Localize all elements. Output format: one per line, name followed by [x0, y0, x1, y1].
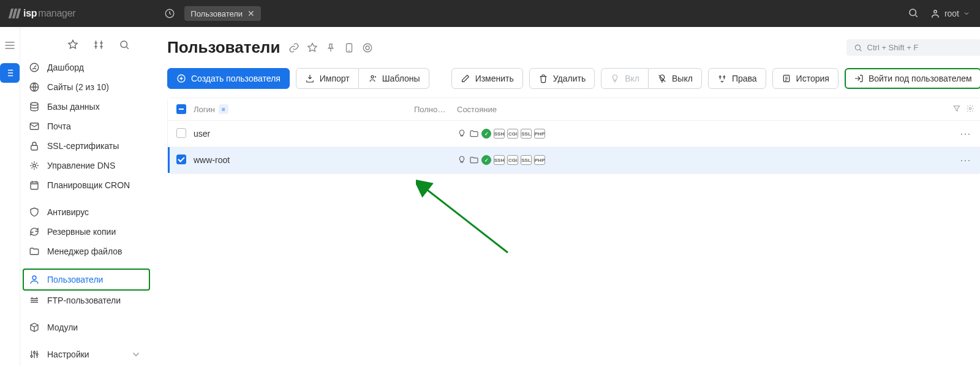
- sidebar-item-files[interactable]: Менеджер файлов: [24, 242, 149, 261]
- row-actions[interactable]: ⋯: [960, 127, 972, 140]
- cell-state: ✓ SSH CGI SSL PHP: [457, 129, 960, 139]
- column-login[interactable]: Логин ≡: [194, 104, 414, 114]
- sidebar-item-ftp[interactable]: FTP-пользователи: [24, 291, 149, 310]
- sidebar-item-sites[interactable]: Сайты (2 из 10): [24, 77, 149, 97]
- svg-point-13: [34, 352, 36, 354]
- enable-button[interactable]: Вкл: [601, 68, 649, 89]
- rights-button[interactable]: Права: [708, 68, 766, 89]
- sidebar-item-modules[interactable]: Модули: [24, 318, 149, 337]
- ssh-badge: SSH: [494, 155, 505, 165]
- btn-label: Импорт: [320, 74, 350, 83]
- pin-icon[interactable]: [325, 42, 336, 53]
- svg-point-26: [969, 107, 971, 110]
- import-button[interactable]: Импорт: [296, 68, 359, 89]
- bulb-icon: [457, 155, 467, 165]
- btn-label: История: [796, 74, 829, 83]
- sort-icon[interactable]: ≡: [219, 104, 228, 114]
- filter-icon[interactable]: [952, 104, 961, 115]
- database-icon: [29, 101, 40, 112]
- folder-icon: [469, 129, 479, 139]
- svg-point-12: [31, 356, 32, 357]
- php-badge: PHP: [534, 129, 545, 139]
- column-fullname[interactable]: Полно…: [414, 105, 457, 114]
- templates-button[interactable]: Шаблоны: [359, 68, 429, 89]
- svg-point-20: [364, 44, 372, 52]
- star-icon[interactable]: [307, 42, 318, 53]
- chevron-down-icon: [130, 349, 141, 360]
- edit-button[interactable]: Изменить: [451, 68, 523, 89]
- sidebar-item-mail[interactable]: Почта: [24, 116, 149, 136]
- folder-icon: [469, 155, 479, 165]
- table-row[interactable]: www-root ✓ SSH CGI SSL PHP ⋯: [168, 147, 980, 173]
- cell-state: ✓ SSH CGI SSL PHP: [457, 155, 960, 165]
- row-checkbox[interactable]: [176, 128, 186, 138]
- sidebar-item-dashboard[interactable]: Дашборд: [24, 58, 149, 77]
- sidebar-item-antivirus[interactable]: Антивирус: [24, 202, 149, 222]
- shield-icon: [29, 207, 40, 218]
- sidebar-item-databases[interactable]: Базы данных: [24, 97, 149, 116]
- svg-point-11: [32, 276, 36, 280]
- sidebar-item-cron[interactable]: Планировщик CRON: [24, 175, 149, 195]
- create-user-button[interactable]: Создать пользователя: [167, 68, 290, 89]
- sidebar-item-label: Сайты (2 из 10): [47, 82, 109, 92]
- table-row[interactable]: user ✓ SSH CGI SSL PHP ⋯: [168, 121, 980, 147]
- column-state[interactable]: Состояние: [457, 105, 972, 114]
- gear-icon[interactable]: [966, 104, 974, 115]
- sidebar-item-label: Базы данных: [47, 102, 100, 112]
- row-actions[interactable]: ⋯: [960, 153, 972, 167]
- select-all-checkbox[interactable]: [176, 104, 186, 114]
- sidebar-item-users[interactable]: Пользователи: [24, 270, 149, 289]
- ssh-badge: SSH: [494, 129, 505, 139]
- main: Дашборд Сайты (2 из 10) Базы данных Почт…: [0, 27, 980, 366]
- svg-point-22: [855, 45, 860, 50]
- svg-point-3: [121, 41, 127, 48]
- disable-button[interactable]: Выкл: [649, 68, 702, 89]
- folder-icon: [29, 246, 40, 257]
- sidebar-item-label: Резервные копии: [47, 227, 116, 237]
- tablet-icon[interactable]: [344, 42, 355, 53]
- search-icon[interactable]: [908, 7, 919, 20]
- globe-icon: [29, 82, 40, 93]
- page-header: Пользователи Ctrl + Shift + F: [167, 38, 980, 57]
- help-icon[interactable]: [362, 42, 373, 53]
- delete-button[interactable]: Удалить: [529, 68, 595, 89]
- row-checkbox[interactable]: [176, 154, 186, 164]
- link-icon[interactable]: [288, 42, 300, 53]
- svg-rect-10: [31, 182, 38, 189]
- star-icon[interactable]: [67, 39, 78, 52]
- sidebar-item-dns[interactable]: Управление DNS: [24, 156, 149, 175]
- history-button[interactable]: История: [772, 68, 839, 89]
- sidebar-item-backups[interactable]: Резервные копии: [24, 222, 149, 242]
- box-icon: [29, 322, 40, 333]
- login-as-button[interactable]: Войти под пользователем: [845, 68, 980, 89]
- check-badge: ✓: [481, 155, 491, 165]
- search-icon[interactable]: [119, 39, 130, 52]
- close-icon[interactable]: ✕: [247, 9, 255, 18]
- rail-list-icon[interactable]: [0, 63, 20, 83]
- bulb-on-icon: [610, 74, 620, 83]
- svg-point-21: [366, 46, 369, 50]
- sidebar-item-ssl[interactable]: SSL-сертификаты: [24, 136, 149, 156]
- column-label: Состояние: [457, 105, 497, 114]
- sidebar-item-settings[interactable]: Настройки: [24, 345, 149, 364]
- sidebar-highlight: Пользователи: [23, 269, 150, 291]
- recent-icon[interactable]: [161, 5, 178, 22]
- sidebar-item-label: Почта: [47, 121, 71, 131]
- tab-users[interactable]: Пользователи ✕: [184, 6, 261, 21]
- sidebar-item-label: Модули: [47, 322, 78, 332]
- menu-icon[interactable]: [4, 39, 16, 53]
- annotation-arrow: [416, 179, 514, 259]
- tools-icon[interactable]: [93, 39, 104, 52]
- svg-point-2: [934, 10, 937, 13]
- user-menu[interactable]: root: [930, 8, 970, 19]
- php-badge: PHP: [534, 155, 545, 165]
- page-title: Пользователи: [167, 38, 280, 57]
- svg-point-24: [371, 75, 374, 78]
- page-search[interactable]: Ctrl + Shift + F: [846, 39, 980, 56]
- btn-label: Изменить: [475, 74, 514, 83]
- sidebar-item-label: Настройки: [47, 349, 89, 359]
- topbar: ispmanager Пользователи ✕ root: [0, 0, 980, 27]
- btn-label: Вкл: [625, 74, 639, 83]
- logo[interactable]: ispmanager: [10, 8, 75, 19]
- users-table: Логин ≡ Полно… Состояние user ✓ S: [167, 97, 980, 174]
